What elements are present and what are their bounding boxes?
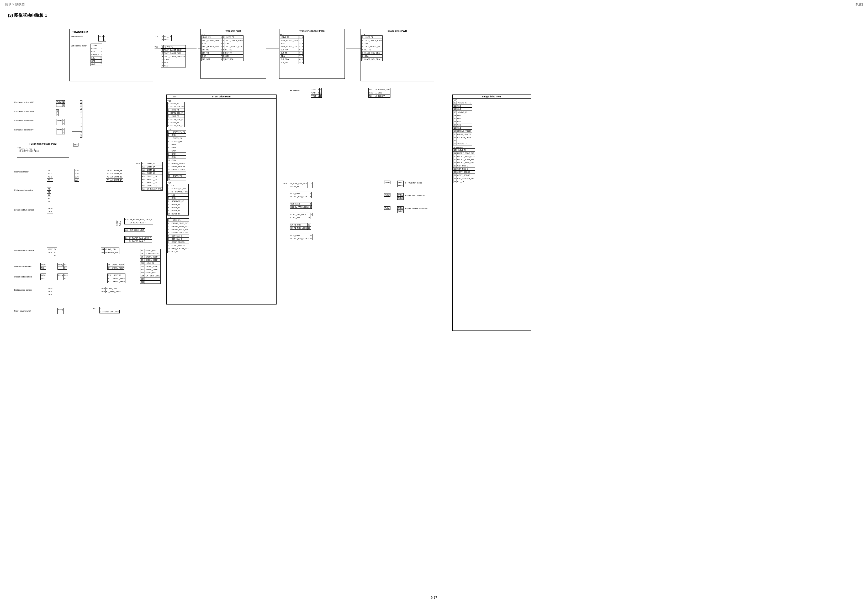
rear-exit-motor-conn3: A1A1EXMT_1B A2A2EXMT_1A A3A3EXMT_1B A4A4… [106,169,123,182]
front-cover-switch-conn: Relay [57,308,64,314]
ods-fan3-conn: ODS_FAN116 BCOOL_FAN_LOCK317 [290,234,313,240]
upper-exit-solenoid-b10: B10+3.3V2 Z1 B11EXSOL_KEEP B12EXSOL_KEEP [107,274,126,283]
lower-exit-solenoid-relay: RelayB6 B7 [57,263,67,270]
front-drive-yc4: 1LED 2+CN2V3_F1_P21 3DR_SCANNER_CN 4LED … [167,184,189,216]
transfer-connect-pwb-title: Transfer connect PWB [279,29,344,33]
image-drive-yc8: 1+24V2_F1 2TBLT_CLMOT_PWM 33.3V 4TBLT_HU… [361,36,383,61]
exit-ih-middle-fan-motor: Exit/IH middle fan motor [405,207,428,210]
exit-reverse-b15: B15+3.3V2_LED B16EX_FEED_SENS [101,287,121,293]
upper-exit-full-sensor: Upper exit full sensor [14,249,34,252]
front-drive-yc2: 1+CN2V3_F1_F1 2GND 3+CN2V3_25 4+CN2V5_66… [167,130,186,181]
line-conn-2 [266,48,279,49]
line-k1 [72,104,82,104]
front-drive-yc7-top: 1+24V2_F5 2DGTN_SOL_BK 3+24V2_F5 4DGTN_S… [167,102,185,127]
page-number: 9-17 [0,593,868,602]
lower-exit-full-sensor: Lower exit full sensor [14,209,34,211]
transfer-connect-yc3: +24V2_F311 TBLT_CLMOT_PWM22 3.3V33 TBLT_… [280,36,304,64]
ods-fan1-conn: ODS_FAN13 BCOOL_FAN_LOCK14 [290,192,312,198]
line-m1 [72,113,82,113]
container-solenoid-c-conn2: 1 2 3 [80,119,82,128]
rear-exit-motor-conn: A11 A22 A33 A44 [47,169,53,182]
b1-conn: B1EX_PAPER_FAN_LOCK_R EX_PAPER_FAN_R [124,236,152,243]
rear-exit-motor: Rear exit motor [14,171,29,173]
section-title: (3) 图像驱动电路板 1 [0,9,868,21]
container-solenoid-k-conn2: 1 2 3 [80,100,82,110]
front-drive-pwb-title: Front drive PWB [167,95,276,99]
yc5-main-label: YC5 [136,163,140,165]
holder-label: Holder [116,221,118,226]
yc1-front-cover-conn: 1 2FRONT_CO_OPEN [99,307,119,314]
image-drive-pwb-right-title: Image drive PWB [453,95,531,99]
line-y1 [72,131,82,132]
line-conn-3 [346,48,361,49]
upper-exit-solenoid: Upper exit solenoid [14,276,32,278]
transfer-pwb-title: Transfer PWB [201,29,266,33]
lower-exit-solenoid-conn: COM N.O. [40,263,46,270]
transfer-pwb-block: Transfer PWB YC1 +24V2_F311+24V2_F3 TBLT… [200,29,266,79]
image-drive-pwb-right: Image drive PWB YC7 10+CN2V3_F1_F1 11GND… [453,95,531,331]
container-solenoid-y-conn2: 1 2 3 [80,128,82,138]
image-drive-pwb-title: Image drive PWB [361,29,434,33]
belt-thermistor-conn: YC21 2 [98,35,106,42]
front-drive-content: YC7 1+24V2_F5 2DGTN_SOL_BK 3+24V2_F5 4DG… [167,99,276,254]
yc3-label-transfer: YC3 [155,46,158,48]
yc1-label: YC1 [155,36,158,37]
image-drive-right-content: YC7 10+CN2V3_F1_F1 11GND 12GND 13+CN2V3_… [453,99,531,184]
yc5-left-label: YC5 [173,96,177,98]
belt-cleaning-motor-label: Belt cleaning motor [71,45,87,47]
front-drive-pwb-block: Front drive PWB YC7 1+24V2_F5 2DGTN_SOL_… [166,95,277,305]
yc9-conn: IH_FWB_FAN_REM12 +24V2_F12 [290,182,313,188]
exit-ih-front-fan-motor: Exit/IH front fan motor [405,194,426,197]
lower-exit-full-sensor-conn: 13.3V GND [47,207,53,213]
ea-f1-fan-conn: EA_F1_FAN12 EX_F1_FAN_LOCK13 [290,223,311,230]
exit-middle-fan-relay: Relay [384,206,391,210]
transfer-pwb-yc1: +24V2_F311+24V2_F3 TBLT_CLMOT_PWM22TBLT_… [201,36,243,61]
container-solenoid-c-conn: Relay1 2 [56,119,65,125]
image-drive-yc4-inner: 13+3.3V2_F1 14FRONT_EDGE_SIG 15FRONT_BTS… [453,148,475,183]
container-solenoid-k: Container solenoid K [14,101,34,103]
yc1-front-cover-label: YC1 [93,308,96,309]
fuser-hv-content: DRV1 +CN2V3_F1_P21 1 2 +HS_CONT5_FAV_F1 … [17,146,69,152]
upper-exit-solenoid-conn: COM N.O. [40,274,46,280]
exit-reversing-conn: A5 A6 A7 A8 A1 [47,187,51,203]
js-sensor-label: JS sensor [290,89,300,92]
container-solenoid-m-conn: 1 2 [56,109,59,116]
exit-middle-fan-conn: FAN1 FAN2 [397,206,403,213]
belt-thermistor-label: Belt thermistor [71,36,83,37]
upper-exit-solenoid-relay: RelayB10 B11 [57,274,68,280]
page-header: 附录 > 接线图 [机密] [0,0,868,9]
rear-exit-motor-conn2: A04 A06 A06 A2 [74,169,79,182]
exit-reverse-sensor-conn: 13.3V GND GND [47,287,53,296]
image-drive-content: YC8 1+24V2_F1 2TBLT_CLMOT_PWM 33.3V 4TBL… [361,33,434,61]
belt-cleaning-motor-conn: YC04Y1 BKGN2 FAM3 SWLOCK4 3.3V5 GRB6 GND… [90,44,102,66]
lower-exit-solenoid-b6: B6EXSOL_KEEP B7EXSOL_KEEP [107,263,124,270]
line-conn-1 [198,48,200,49]
a16-conn: A16EXT_HIGH_UNIT [124,229,145,232]
lower-exit-solenoid: Lower exit solenoid [14,265,32,267]
container-solenoid-c: Container solenoid C [14,120,34,122]
transfer-connect-pwb-block: Transfer connect PWB YC3 +24V2_F311 TBLT… [279,29,345,79]
page-tag: [机密] [855,2,863,6]
line-transfer-yc3 [155,48,197,49]
fuser-hv-title: Fuser high voltage PWB [17,142,69,146]
transfer-connect-content: YC3 +24V2_F311 TBLT_CLMOT_PWM22 3.3V33 T… [279,33,344,65]
diagram-container: TRANSFER Belt thermistor YC21 2 Belt cle… [6,21,862,593]
transfer-pwb-content: YC1 +24V2_F311+24V2_F3 TBLT_CLMOT_PWM22T… [201,33,266,61]
js-sensor-conn: 13.3V33 GND22 VREF11 [311,88,322,98]
upper-exit-full-sensor-conn: 13.3VB4 GNDB5 B6 [47,247,57,257]
a10-conn: A10EX_PAPER_FAN_LOCK_F EX_PAPER_FAN_F [124,218,153,224]
exit-front-fan-relay: Relay [384,193,391,197]
container-solenoid-k-conn: Relay1 2 [56,100,65,107]
yc5-main-conn: A11EXMT_1B A12EXMT_1A A13EXMT_1B A14EXMT… [141,162,163,191]
exit-reversing-motor: Exit reversing motor [14,189,33,191]
ih-pwb-fan-relay: Relay [384,180,391,184]
container-solenoid-y-conn: Relay1 2 [56,128,65,134]
transfer-outer-box: TRANSFER Belt thermistor YC21 2 Belt cle… [69,29,153,81]
yc9-label: YC9 [283,182,287,184]
yc5-right-conn: N210+CN2V1_LED GND11GND N212JOBSPA [368,88,391,98]
exit-reverse-sensor: Exit reverse sensor [14,289,32,291]
retner-label: Retner [119,221,121,226]
scanner-b4-conn: B4+3.3V2_LED B5SCANNER_FUL B6EXSOL_KEEP … [140,249,161,284]
container-solenoid-y: Container solenoid Y [14,129,34,131]
container-solenoid-m: Container solenoid M [14,110,34,113]
